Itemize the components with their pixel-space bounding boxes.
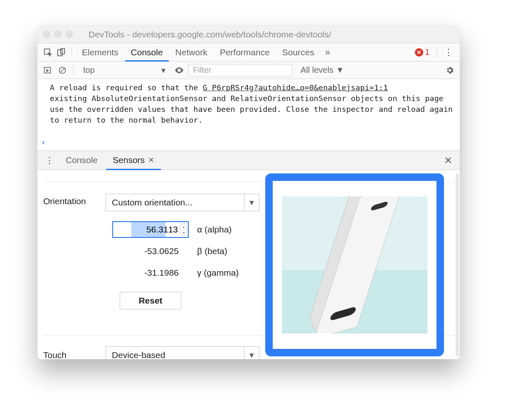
toggle-sidebar-icon[interactable] — [42, 64, 53, 76]
tab-sources[interactable]: Sources — [276, 43, 320, 62]
console-toolbar: top ▾ Filter All levels ▼ — [37, 62, 460, 79]
scrollbar[interactable] — [456, 173, 459, 356]
context-selector[interactable]: top ▾ — [79, 64, 170, 77]
minimize-window-dot[interactable] — [54, 31, 62, 38]
gamma-value[interactable]: -31.1986 — [106, 268, 189, 278]
drawer-close-icon[interactable]: ✕ — [441, 155, 456, 166]
separator — [72, 47, 72, 58]
source-link[interactable]: G P6rpRSr4g?autohide…o=0&enablejsapi=1:1 — [203, 83, 388, 92]
orientation-angles: ▴▾ α (alpha) -53.0625 β (beta) -31.1986 … — [106, 219, 259, 284]
touch-select[interactable]: Device-based ▾ — [106, 346, 259, 359]
drawer-tab-strip: ⋮ Console Sensors ✕ ✕ — [37, 151, 460, 170]
settings-kebab-icon[interactable]: ⋮ — [442, 47, 456, 58]
log-levels-selector[interactable]: All levels ▼ — [296, 65, 349, 75]
msg-text: existing AbsoluteOrientationSensor and R… — [50, 94, 457, 124]
beta-row: -53.0625 β (beta) — [106, 240, 259, 262]
filter-input[interactable]: Filter — [188, 64, 292, 77]
msg-text: A reload is required so that the — [50, 83, 203, 92]
chevron-down-icon: ▼ — [336, 65, 344, 75]
tab-performance[interactable]: Performance — [214, 43, 276, 62]
console-prompt-icon[interactable]: › — [41, 136, 46, 148]
device-toolbar-icon[interactable] — [55, 46, 67, 59]
drawer-tab-console[interactable]: Console — [59, 151, 104, 170]
console-output: A reload is required so that the G P6rpR… — [37, 79, 460, 151]
select-value: Device-based — [106, 350, 244, 359]
error-dot-icon: ✕ — [415, 48, 423, 57]
tabs-overflow-icon[interactable]: » — [321, 47, 334, 58]
window-title: DevTools - developers.google.com/web/too… — [77, 30, 454, 40]
close-icon[interactable]: ✕ — [148, 151, 154, 170]
number-stepper[interactable]: ▴▾ — [180, 223, 187, 236]
levels-label: All levels — [301, 65, 333, 75]
gamma-label: γ (gamma) — [197, 268, 239, 278]
window-titlebar: DevTools - developers.google.com/web/too… — [37, 26, 460, 43]
beta-label: β (beta) — [197, 246, 227, 256]
drawer: ⋮ Console Sensors ✕ ✕ Orientation Custom… — [37, 151, 460, 359]
svg-rect-1 — [58, 49, 62, 56]
device-3d-model[interactable] — [305, 196, 417, 334]
error-counter[interactable]: ✕ 1 — [412, 47, 433, 57]
live-expression-eye-icon[interactable] — [173, 64, 185, 76]
tab-elements[interactable]: Elements — [76, 43, 124, 62]
console-settings-gear-icon[interactable] — [444, 64, 456, 76]
chevron-down-icon: ▾ — [244, 346, 259, 359]
orientation-preset-select[interactable]: Custom orientation... ▾ — [106, 194, 259, 211]
sensors-panel: Orientation Custom orientation... ▾ ▴▾ α… — [37, 170, 460, 359]
drawer-tab-label: Sensors — [113, 151, 145, 170]
select-value: Custom orientation... — [106, 198, 244, 208]
drawer-tab-sensors[interactable]: Sensors ✕ — [106, 151, 161, 170]
clear-console-icon[interactable] — [57, 64, 68, 76]
gamma-row: -31.1986 γ (gamma) — [106, 262, 259, 284]
console-message: A reload is required so that the G P6rpR… — [50, 82, 457, 126]
alpha-label: α (alpha) — [197, 225, 232, 235]
reset-button[interactable]: Reset — [120, 292, 181, 309]
chevron-down-icon: ▾ — [244, 194, 259, 211]
error-count: 1 — [425, 47, 429, 57]
tab-console[interactable]: Console — [125, 43, 169, 62]
orientation-controls: Custom orientation... ▾ ▴▾ α (alpha) — [106, 194, 259, 309]
zoom-window-dot[interactable] — [66, 31, 73, 38]
separator — [437, 47, 437, 58]
separator — [73, 65, 74, 75]
tab-network[interactable]: Network — [170, 43, 213, 62]
filter-placeholder: Filter — [193, 65, 211, 75]
main-tab-strip: Elements Console Network Performance Sou… — [37, 43, 460, 62]
drawer-kebab-icon[interactable]: ⋮ — [42, 155, 57, 166]
orientation-label: Orientation — [43, 194, 106, 206]
devtools-window: DevTools - developers.google.com/web/too… — [37, 26, 460, 359]
chevron-down-icon: ▾ — [161, 65, 165, 75]
touch-label: Touch — [43, 350, 106, 359]
traffic-lights — [43, 31, 73, 38]
inspect-element-icon[interactable] — [42, 46, 54, 59]
context-label: top — [83, 65, 95, 75]
beta-value[interactable]: -53.0625 — [106, 246, 189, 256]
alpha-row: ▴▾ α (alpha) — [106, 219, 259, 240]
orientation-visual-highlight — [265, 173, 444, 356]
close-window-dot[interactable] — [43, 31, 50, 38]
alpha-input[interactable] — [112, 221, 189, 238]
orientation-3d-stage[interactable] — [282, 196, 427, 334]
